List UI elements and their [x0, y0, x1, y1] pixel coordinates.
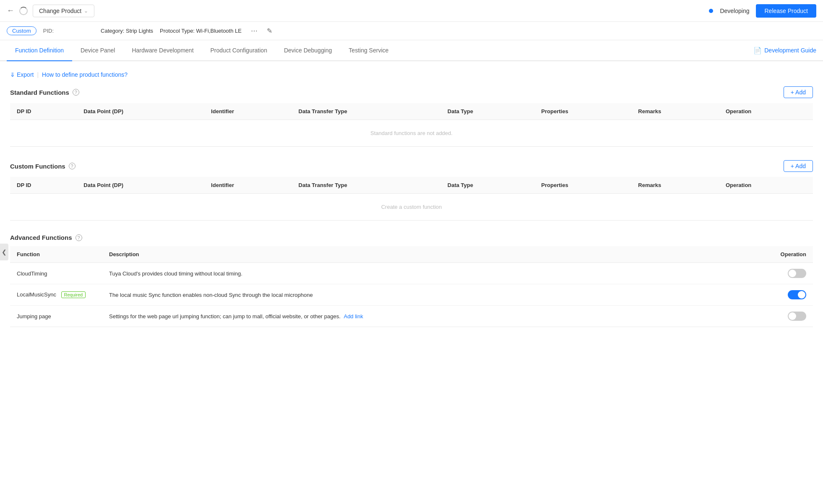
standard-functions-section: Standard Functions ? + Add DP ID Data Po… — [10, 86, 813, 147]
col-transfer-type: Data Transfer Type — [292, 103, 441, 120]
col-data-type: Data Type — [441, 103, 535, 120]
col-identifier: Identifier — [204, 103, 292, 120]
standard-functions-add-button[interactable]: + Add — [784, 86, 813, 98]
adv-func-desc-jumpingpage: Settings for the web page url jumping fu… — [102, 306, 771, 327]
localmusicsync-toggle[interactable] — [788, 290, 806, 299]
col-dp-id: DP ID — [10, 103, 77, 120]
adv-col-operation: Operation — [771, 246, 813, 263]
nav-tabs-left: Function Definition Device Panel Hardwar… — [7, 40, 397, 60]
status-dot-icon — [709, 9, 713, 13]
change-product-label: Change Product — [39, 8, 81, 14]
toolbar: ⇓ Export | How to define product functio… — [10, 71, 813, 78]
tab-function-definition[interactable]: Function Definition — [7, 40, 72, 61]
tab-product-configuration[interactable]: Product Configuration — [202, 40, 276, 61]
developing-label: Developing — [720, 8, 749, 14]
standard-functions-header: Standard Functions ? + Add — [10, 86, 813, 98]
jumpingpage-slider — [788, 312, 806, 321]
back-button[interactable]: ← — [7, 6, 14, 15]
standard-functions-empty-row: Standard functions are not added. — [10, 120, 813, 147]
cloudtiming-slider — [788, 269, 806, 278]
standard-functions-title: Standard Functions — [10, 89, 69, 96]
custom-functions-add-button[interactable]: + Add — [784, 160, 813, 172]
category-text: Category: Strip Lights — [101, 28, 153, 34]
adv-func-name-label: CloudTiming — [17, 270, 47, 277]
adv-func-desc-cloudtiming: Tuya Cloud's provides cloud timing witho… — [102, 263, 771, 284]
adv-func-name-localmusicsync: LocalMusicSync Required — [10, 284, 102, 306]
custom-functions-table: DP ID Data Point (DP) Identifier Data Tr… — [10, 177, 813, 221]
adv-func-op-localmusicsync — [771, 284, 813, 306]
adv-func-name-cloudtiming: CloudTiming — [10, 263, 102, 284]
col-data-point: Data Point (DP) — [77, 103, 204, 120]
sidebar-collapse-button[interactable]: ❮ — [0, 244, 8, 260]
change-product-button[interactable]: Change Product ⌄ — [33, 5, 94, 17]
custom-functions-title: Custom Functions — [10, 163, 65, 170]
custom-functions-header-row: DP ID Data Point (DP) Identifier Data Tr… — [10, 177, 813, 194]
standard-functions-help-icon[interactable]: ? — [73, 89, 79, 96]
tab-device-debugging[interactable]: Device Debugging — [276, 40, 340, 61]
advanced-functions-header-row: Function Description Operation — [10, 246, 813, 263]
edit-button[interactable]: ✎ — [267, 27, 272, 35]
adv-func-name-jumpingpage: Jumping page — [10, 306, 102, 327]
advanced-functions-help-icon[interactable]: ? — [76, 234, 82, 241]
protocol-text: Protocol Type: Wi-Fi,Bluetooth LE — [160, 28, 242, 34]
advanced-functions-table: Function Description Operation CloudTimi… — [10, 246, 813, 327]
product-spinner — [19, 7, 28, 15]
advanced-functions-title: Advanced Functions — [10, 234, 72, 241]
custom-badge: Custom — [7, 26, 36, 35]
table-row: Jumping page Settings for the web page u… — [10, 306, 813, 327]
top-bar: ← Change Product ⌄ Developing Release Pr… — [0, 0, 823, 22]
advanced-functions-section: Advanced Functions ? Function Descriptio… — [10, 234, 813, 327]
adv-func-desc-text: Settings for the web page url jumping fu… — [109, 313, 341, 320]
sub-header: Custom PID: Category: Strip Lights Proto… — [0, 22, 823, 40]
col-data-type-2: Data Type — [441, 177, 535, 194]
dev-guide-button[interactable]: 📄 Development Guide — [753, 47, 816, 55]
col-dp-id-2: DP ID — [10, 177, 77, 194]
adv-func-op-jumpingpage — [771, 306, 813, 327]
cloudtiming-toggle[interactable] — [788, 269, 806, 278]
tab-device-panel[interactable]: Device Panel — [72, 40, 124, 61]
custom-functions-empty-text: Create a custom function — [10, 194, 813, 221]
dev-guide-label: Development Guide — [764, 47, 816, 54]
chevron-down-icon: ⌄ — [84, 8, 88, 14]
adv-func-name-label: LocalMusicSync — [17, 291, 56, 298]
adv-func-op-cloudtiming — [771, 263, 813, 284]
col-data-point-2: Data Point (DP) — [77, 177, 204, 194]
custom-functions-help-icon[interactable]: ? — [69, 163, 76, 169]
custom-functions-empty-row: Create a custom function — [10, 194, 813, 221]
adv-func-name-label: Jumping page — [17, 313, 51, 320]
advanced-functions-title-area: Advanced Functions ? — [10, 234, 82, 241]
standard-functions-table: DP ID Data Point (DP) Identifier Data Tr… — [10, 103, 813, 147]
jumpingpage-toggle[interactable] — [788, 312, 806, 321]
custom-functions-header: Custom Functions ? + Add — [10, 160, 813, 172]
dev-guide-icon: 📄 — [753, 47, 762, 55]
col-operation-2: Operation — [719, 177, 813, 194]
toolbar-divider: | — [37, 71, 39, 78]
more-options-button[interactable]: ⋯ — [248, 26, 260, 36]
table-row: CloudTiming Tuya Cloud's provides cloud … — [10, 263, 813, 284]
tab-hardware-development[interactable]: Hardware Development — [123, 40, 202, 61]
localmusicsync-slider — [788, 290, 806, 299]
standard-functions-empty-text: Standard functions are not added. — [10, 120, 813, 147]
col-properties: Properties — [534, 103, 631, 120]
help-link-button[interactable]: How to define product functions? — [42, 71, 128, 78]
advanced-functions-header: Advanced Functions ? — [10, 234, 813, 241]
top-bar-left: ← Change Product ⌄ — [7, 5, 94, 17]
col-operation: Operation — [719, 103, 813, 120]
add-link-button[interactable]: Add link — [344, 313, 363, 320]
adv-col-function: Function — [10, 246, 102, 263]
custom-functions-section: Custom Functions ? + Add DP ID Data Poin… — [10, 160, 813, 221]
col-remarks-2: Remarks — [631, 177, 719, 194]
col-remarks: Remarks — [631, 103, 719, 120]
nav-tabs: Function Definition Device Panel Hardwar… — [0, 40, 823, 61]
col-transfer-type-2: Data Transfer Type — [292, 177, 441, 194]
tab-testing-service[interactable]: Testing Service — [340, 40, 397, 61]
release-product-button[interactable]: Release Product — [756, 4, 816, 18]
col-properties-2: Properties — [534, 177, 631, 194]
table-row: LocalMusicSync Required The local music … — [10, 284, 813, 306]
export-button[interactable]: ⇓ Export — [10, 71, 34, 78]
col-identifier-2: Identifier — [204, 177, 292, 194]
main-content: ⇓ Export | How to define product functio… — [0, 61, 823, 351]
export-label: Export — [17, 71, 34, 78]
standard-functions-header-row: DP ID Data Point (DP) Identifier Data Tr… — [10, 103, 813, 120]
top-bar-right: Developing Release Product — [709, 4, 816, 18]
